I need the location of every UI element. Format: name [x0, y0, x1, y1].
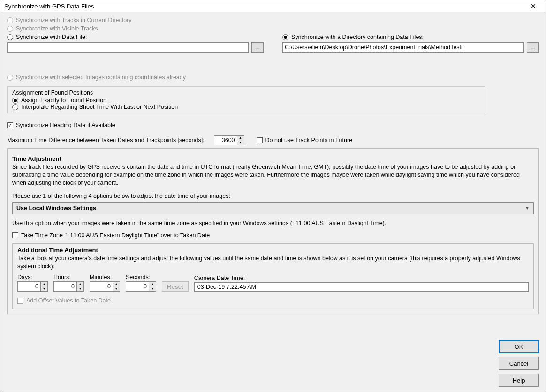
cancel-button[interactable]: Cancel — [499, 357, 539, 370]
camera-dt-col: Camera Date Time: 03-Dec-19 7:22:45 AM — [194, 275, 529, 292]
time-adjustment-group: Time Adjustment Since track files record… — [7, 148, 539, 314]
time-diff-spinner[interactable]: ▲ ▼ — [214, 135, 244, 145]
radio-selected-images — [7, 75, 13, 81]
radio-directory[interactable] — [282, 34, 288, 40]
checkbox-heading-sync[interactable] — [7, 122, 13, 128]
radio-sync-visible — [7, 26, 13, 32]
dropdown-label: Use Local Windows Settings — [16, 205, 96, 211]
radio-assign-exact[interactable] — [12, 98, 18, 104]
spinner-down-icon[interactable]: ▼ — [113, 286, 120, 291]
time-adjustment-instruction: Please use 1 of the following 4 options … — [12, 193, 534, 199]
chevron-down-icon: ▼ — [525, 205, 530, 211]
data-file-col: Synchronize with Data File: ... — [7, 34, 264, 53]
spinner-up-icon[interactable]: ▲ — [41, 282, 47, 286]
days-input[interactable] — [18, 282, 40, 291]
minutes-spinner[interactable]: ▲▼ — [90, 281, 120, 292]
checkbox-no-future[interactable] — [257, 137, 263, 143]
seconds-col: Seconds: ▲▼ — [126, 274, 156, 292]
file-dir-row: Synchronize with Data File: ... Synchron… — [7, 34, 539, 53]
label-add-offset: Add Offset Values to Taken Date — [26, 297, 111, 304]
radio-selected-images-row: Synchronize with selected Images contain… — [7, 74, 539, 81]
ok-button[interactable]: OK — [499, 340, 539, 353]
spinner-down-icon[interactable]: ▼ — [149, 286, 156, 291]
reset-button[interactable]: Reset — [162, 281, 189, 292]
hours-spinner[interactable]: ▲▼ — [53, 281, 84, 292]
hours-input[interactable] — [54, 282, 76, 291]
radio-data-file[interactable] — [7, 34, 13, 40]
additional-explain: Take a look at your camera's date time s… — [17, 255, 529, 271]
content-area: Synchronize with Tracks in Current Direc… — [0, 12, 546, 392]
spinner-up-icon[interactable]: ▲ — [113, 282, 120, 286]
spinner-up-icon[interactable]: ▲ — [77, 282, 83, 286]
label-hours: Hours: — [53, 274, 84, 280]
offset-row: Days: ▲▼ Hours: ▲▼ Min — [17, 274, 529, 292]
label-camera-dt: Camera Date Time: — [194, 275, 529, 281]
label-seconds: Seconds: — [126, 274, 156, 280]
browse-file-button[interactable]: ... — [251, 42, 264, 53]
radio-directory-row[interactable]: Synchronize with a Directory containing … — [282, 34, 539, 40]
spinner-up-icon[interactable]: ▲ — [149, 282, 156, 286]
camera-dt-display: 03-Dec-19 7:22:45 AM — [194, 282, 529, 292]
radio-sync-current-dir — [7, 17, 13, 23]
radio-interpolate-row[interactable]: Interpolate Regarding Shoot Time With La… — [12, 104, 480, 110]
data-file-input[interactable] — [7, 42, 249, 53]
additional-adjustment-group: Additional Time Adjustment Take a look a… — [12, 243, 534, 309]
label-heading-sync: Synchronize Heading Data if Available — [16, 122, 115, 128]
label-directory: Synchronize with a Directory containing … — [291, 34, 424, 40]
radio-sync-visible-row: Synchronize with Visible Tracks — [7, 25, 539, 32]
hours-col: Hours: ▲▼ — [53, 274, 84, 292]
time-adjustment-dropdown[interactable]: Use Local Windows Settings ▼ — [12, 202, 534, 214]
time-adjustment-heading: Time Adjustment — [12, 155, 534, 162]
assignment-heading: Assignment of Found Positions — [12, 90, 480, 96]
checkbox-take-tz[interactable] — [12, 232, 18, 238]
label-interpolate: Interpolate Regarding Shoot Time With La… — [21, 104, 178, 110]
time-diff-row: Maximum Time Difference between Taken Da… — [7, 135, 539, 145]
minutes-input[interactable] — [90, 282, 113, 291]
close-icon[interactable]: ✕ — [525, 2, 542, 10]
label-take-tz: Take Time Zone "+11:00 AUS Eastern Dayli… — [21, 232, 210, 239]
label-sync-current-dir: Synchronize with Tracks in Current Direc… — [16, 17, 132, 23]
checkbox-add-offset — [17, 298, 23, 304]
directory-input-row: ... — [282, 42, 539, 53]
time-diff-input[interactable] — [214, 136, 237, 145]
spinner-down-icon[interactable]: ▼ — [77, 286, 83, 291]
label-time-diff: Maximum Time Difference between Taken Da… — [7, 137, 205, 143]
label-data-file: Synchronize with Data File: — [16, 34, 87, 40]
time-adjustment-explain: Since track files recorded by GPS receiv… — [12, 163, 534, 187]
footer-buttons: OK Cancel Help — [499, 340, 539, 387]
heading-sync-row[interactable]: Synchronize Heading Data if Available — [7, 122, 539, 128]
dialog-window: Synchronize with GPS Data Files ✕ Synchr… — [0, 0, 546, 392]
directory-col: Synchronize with a Directory containing … — [282, 34, 539, 53]
take-tz-row[interactable]: Take Time Zone "+11:00 AUS Eastern Dayli… — [12, 232, 534, 239]
label-no-future: Do not use Track Points in Future — [265, 137, 353, 143]
additional-heading: Additional Time Adjustment — [17, 247, 529, 254]
radio-data-file-row[interactable]: Synchronize with Data File: — [7, 34, 264, 40]
spinner-down-icon[interactable]: ▼ — [237, 140, 244, 145]
label-selected-images: Synchronize with selected Images contain… — [16, 74, 186, 81]
spinner-up-icon[interactable]: ▲ — [237, 136, 244, 140]
assignment-group: Assignment of Found Positions Assign Exa… — [7, 86, 485, 113]
data-file-input-row: ... — [7, 42, 264, 53]
seconds-input[interactable] — [126, 282, 149, 291]
help-button[interactable]: Help — [499, 374, 539, 387]
add-offset-row: Add Offset Values to Taken Date — [17, 297, 529, 304]
radio-sync-current-dir-row: Synchronize with Tracks in Current Direc… — [7, 17, 539, 23]
directory-input[interactable] — [282, 42, 524, 53]
time-adjustment-hint: Use this option when your images were ta… — [12, 220, 534, 226]
days-spinner[interactable]: ▲▼ — [17, 281, 48, 292]
label-days: Days: — [17, 274, 48, 280]
seconds-spinner[interactable]: ▲▼ — [126, 281, 156, 292]
label-assign-exact: Assign Exactly to Found Position — [21, 97, 106, 104]
label-sync-visible: Synchronize with Visible Tracks — [16, 25, 98, 32]
browse-directory-button[interactable]: ... — [527, 42, 539, 53]
label-minutes: Minutes: — [90, 274, 120, 280]
window-title: Synchronize with GPS Data Files — [4, 3, 94, 10]
radio-interpolate[interactable] — [12, 104, 18, 110]
days-col: Days: ▲▼ — [17, 274, 48, 292]
minutes-col: Minutes: ▲▼ — [90, 274, 120, 292]
titlebar: Synchronize with GPS Data Files ✕ — [0, 0, 546, 12]
spinner-down-icon[interactable]: ▼ — [41, 286, 47, 291]
radio-assign-exact-row[interactable]: Assign Exactly to Found Position — [12, 97, 480, 104]
